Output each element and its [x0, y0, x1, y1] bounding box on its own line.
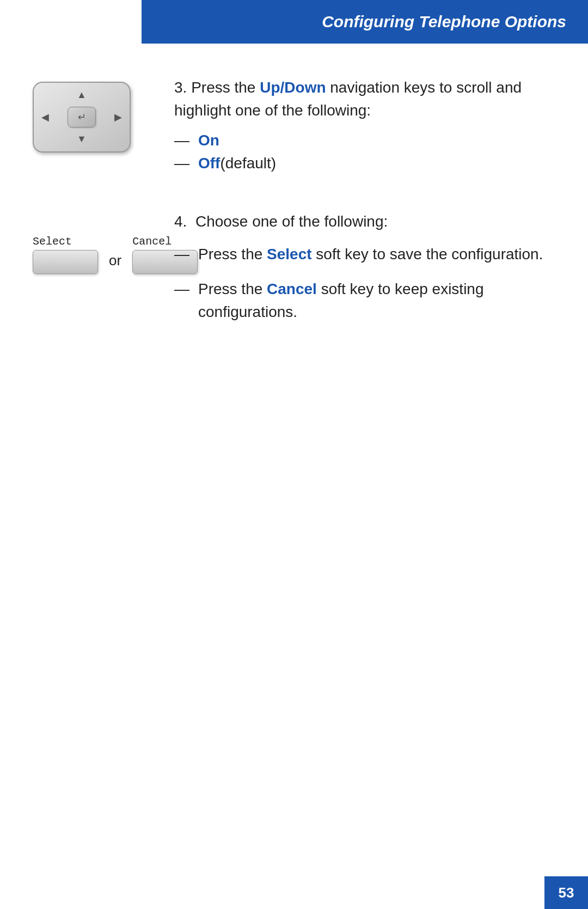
nav-key-image: ▲ ▼ ◀ ▶ ↵ [33, 82, 142, 152]
step4-number: 4. [174, 213, 187, 230]
page-title: Configuring Telephone Options [322, 13, 566, 31]
nav-center-button: ↵ [68, 107, 96, 127]
arrow-right-icon: ▶ [114, 111, 122, 123]
option-off-suffix: (default) [220, 155, 276, 172]
bullet-select: — Press the Select soft key to save the … [174, 243, 555, 266]
arrow-up-icon: ▲ [77, 89, 87, 101]
footer-page-number: 53 [544, 876, 588, 909]
arrow-left-icon: ◀ [41, 111, 49, 123]
softkey-row: Select or Cancel [33, 235, 142, 274]
bullet1-key: Select [267, 246, 312, 263]
dash-bullet-2: — [174, 278, 189, 301]
select-key-label: Select [33, 235, 98, 248]
select-key-group: Select [33, 235, 98, 274]
step3-number: 3. [174, 79, 187, 96]
softkey-image: Select or Cancel [33, 216, 142, 274]
bullet2-key: Cancel [267, 280, 317, 297]
step3-instruction: 3. Press the Up/Down navigation keys to … [174, 76, 555, 122]
updown-label: Up/Down [260, 79, 326, 96]
arrow-down-icon: ▼ [77, 133, 87, 145]
dash-bullet-1: — [174, 243, 189, 266]
option-off: — Off (default) [174, 155, 555, 172]
step3-options-list: — On — Off (default) [174, 132, 555, 172]
step4-bullet-list: — Press the Select soft key to save the … [174, 243, 555, 324]
option-on-label: On [198, 132, 219, 149]
dash-icon-2: — [174, 155, 189, 172]
bullet-select-text: Press the Select soft key to save the co… [198, 243, 543, 266]
option-on: — On [174, 132, 555, 149]
step4-heading: 4. Choose one of the following: [174, 210, 555, 233]
header-bar: Configuring Telephone Options [142, 0, 588, 44]
select-key-button [33, 250, 98, 274]
dash-icon: — [174, 132, 189, 149]
page-number-label: 53 [559, 884, 574, 901]
bullet1-before: Press the [198, 246, 267, 263]
step4-instruction: Choose one of the following: [195, 213, 388, 230]
bullet1-after: soft key to save the configuration. [312, 246, 543, 263]
bullet-cancel-text: Press the Cancel soft key to keep existi… [198, 278, 555, 324]
or-text: or [109, 252, 121, 269]
step4-text-area: 4. Choose one of the following: — Press … [174, 210, 555, 335]
nav-key-illustration: ▲ ▼ ◀ ▶ ↵ [33, 82, 131, 152]
main-content: ▲ ▼ ◀ ▶ ↵ 3. Press the Up/Down navigatio… [0, 54, 588, 379]
option-off-label: Off [198, 155, 220, 172]
bullet2-before: Press the [198, 280, 267, 297]
step3-text: 3. Press the Up/Down navigation keys to … [174, 76, 555, 178]
step3-section: ▲ ▼ ◀ ▶ ↵ 3. Press the Up/Down navigatio… [33, 76, 555, 178]
step4-section: Select or Cancel 4. Choose one of the fo… [33, 210, 555, 335]
step3-text-before: Press the [191, 79, 260, 96]
bullet-cancel: — Press the Cancel soft key to keep exis… [174, 278, 555, 324]
